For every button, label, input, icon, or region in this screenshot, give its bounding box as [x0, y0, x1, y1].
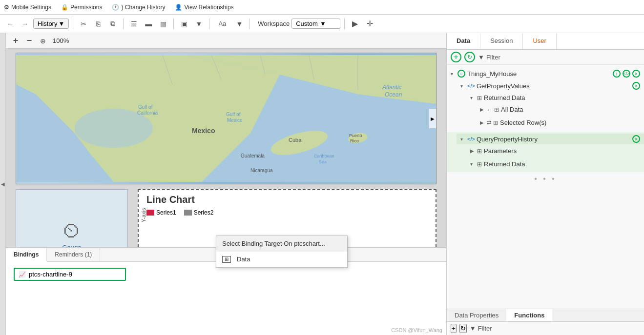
nav-permissions[interactable]: 🔒 Permissions: [61, 4, 102, 11]
close-button-getpropertyvalues[interactable]: ×: [632, 82, 640, 90]
context-menu-item1-label: Select Binding Target On ptcschart...: [222, 240, 325, 247]
gear-icon: ⚙: [4, 4, 9, 11]
divider2: [123, 19, 124, 29]
series2-legend: Series2: [184, 209, 214, 216]
series1-label: Series1: [156, 209, 176, 216]
tree-row-parameters[interactable]: ▶ ⊞ Parameters: [466, 146, 644, 156]
context-menu-select-binding[interactable]: Select Binding Target On ptcschart...: [216, 236, 347, 252]
expand-arrow-parameters: ▶: [470, 148, 477, 154]
code-button-things-myhouse[interactable]: </>: [623, 70, 630, 78]
right-panel-tabs: Data Session User: [447, 33, 644, 50]
move-button[interactable]: ✛: [363, 18, 376, 30]
svg-text:Mexico: Mexico: [227, 118, 243, 123]
tab-reminders[interactable]: Reminders (1): [47, 248, 100, 261]
tree-node-things-myhouse: ▾ ○ Things_MyHouse i </> × ▾ </> GetProp…: [447, 67, 644, 174]
context-menu-data[interactable]: ⊞ Data: [216, 252, 347, 267]
all-data-label: All Data: [501, 106, 523, 113]
person-icon: 👤: [175, 4, 182, 11]
svg-text:Mexico: Mexico: [192, 127, 215, 135]
returned-data-1-label: Returned Data: [484, 94, 525, 101]
chart-icon: 📈: [19, 271, 26, 278]
nav-mobile-settings[interactable]: ⚙ Mobile Settings: [4, 4, 51, 11]
tree-node-parameters: ▶ ⊞ Parameters: [457, 144, 644, 158]
workspace-chevron-icon: ▼: [320, 20, 326, 27]
divider1: [73, 19, 73, 29]
history-dropdown[interactable]: History ▼: [33, 19, 69, 29]
align-right-button[interactable]: ▦: [157, 18, 169, 30]
refresh-data-button[interactable]: ↻: [464, 52, 475, 62]
expand-arrow-getpropertyvalues: ▾: [460, 83, 467, 89]
copy-button[interactable]: ⎘: [92, 18, 104, 30]
tab-data[interactable]: Data: [447, 33, 480, 49]
add-data-button[interactable]: +: [451, 52, 461, 62]
svg-text:Nicaragua: Nicaragua: [250, 168, 273, 173]
data-tree: ▾ ○ Things_MyHouse i </> × ▾ </> GetProp…: [447, 65, 644, 309]
nav-view-relationships[interactable]: 👤 View Relationships: [175, 4, 233, 11]
tab-bindings[interactable]: Bindings: [6, 248, 47, 262]
tab-session[interactable]: Session: [480, 33, 523, 49]
paste-button[interactable]: ⧉: [106, 18, 119, 30]
top-nav: ⚙ Mobile Settings 🔒 Permissions 🕐 ) Chan…: [0, 0, 644, 15]
close-button-querypropertyhistory[interactable]: ×: [632, 135, 640, 143]
redo-button[interactable]: →: [19, 18, 31, 30]
top-filter-row: + ↻ ▼ Filter: [447, 50, 644, 65]
zoom-out-button[interactable]: −: [23, 35, 35, 47]
tree-row-all-data[interactable]: ▶ ← ⊞ All Data: [476, 104, 644, 115]
getpropertyvalues-code-icon: </>: [467, 83, 475, 89]
table-small-icon: ⊞: [222, 256, 231, 263]
functions-filter-row: + ↻ ▼ Filter: [447, 322, 644, 335]
bottom-right-tabs: Data Properties Functions: [447, 309, 644, 322]
parameters-label: Parameters: [484, 147, 517, 155]
tree-node-returned-data-2: ▾ ⊞ Returned Data: [457, 158, 644, 171]
text-size-button[interactable]: Aa: [213, 18, 231, 30]
tree-row-selected-rows[interactable]: ▶ ⇄ ⊞ Selected Row(s): [476, 118, 644, 128]
expand-arrow-returned-data-2: ▾: [470, 161, 477, 167]
svg-text:Ocean: Ocean: [385, 91, 402, 98]
zoom-in-button[interactable]: +: [10, 35, 21, 47]
map-widget[interactable]: Atlantic Ocean Mexico Gulf of California…: [16, 53, 436, 184]
divider5: [249, 19, 250, 29]
align-center-button[interactable]: ▬: [142, 18, 155, 30]
divider6: [344, 19, 345, 29]
layout-button[interactable]: ▣: [178, 18, 190, 30]
add-function-button[interactable]: +: [451, 324, 457, 333]
tree-row-querypropertyhistory[interactable]: ▾ </> QueryPropertyHistory ×: [457, 134, 644, 144]
close-button-things-myhouse[interactable]: ×: [632, 70, 640, 78]
getpropertyvalues-label: GetPropertyValues: [477, 82, 530, 90]
nav-change-history[interactable]: 🕐 ) Change History: [112, 4, 165, 11]
tab-functions[interactable]: Functions: [506, 309, 552, 321]
tree-row-getpropertyvalues[interactable]: ▾ </> GetPropertyValues ×: [457, 80, 644, 91]
text-chevron-button[interactable]: ▼: [233, 18, 246, 30]
tree-row-things-myhouse[interactable]: ▾ ○ Things_MyHouse i </> ×: [447, 68, 644, 79]
tab-data-properties[interactable]: Data Properties: [447, 309, 506, 321]
svg-text:Gulf of: Gulf of: [226, 112, 241, 117]
tree-row-returned-data-2[interactable]: ▾ ⊞ Returned Data: [466, 159, 644, 169]
pointer-button[interactable]: ▶: [349, 18, 361, 30]
info-button-things-myhouse[interactable]: i: [613, 70, 621, 78]
refresh-function-button[interactable]: ↻: [459, 324, 467, 333]
permissions-label: Permissions: [70, 4, 102, 11]
mobile-settings-label: Mobile Settings: [11, 4, 51, 11]
align-left-button[interactable]: ☰: [127, 18, 140, 30]
divider4: [209, 19, 209, 29]
things-myhouse-icon: ○: [457, 70, 465, 78]
zoom-fit-button[interactable]: ⊕: [37, 35, 49, 47]
layout-chevron-button[interactable]: ▼: [192, 18, 205, 30]
cut-button[interactable]: ✂: [77, 18, 90, 30]
map-collapse-arrow-icon: ▶: [431, 116, 435, 121]
history-label: History: [38, 20, 57, 27]
binding-input-field[interactable]: 📈 ptcs-chartline-9: [14, 268, 126, 281]
svg-text:Rico: Rico: [350, 138, 359, 143]
workspace-dropdown[interactable]: Custom ▼: [291, 19, 340, 29]
tree-row-returned-data-1[interactable]: ▾ ⊞ Returned Data: [466, 93, 644, 103]
change-history-label: ) Change History: [121, 4, 165, 11]
tab-user[interactable]: User: [523, 33, 556, 49]
returned-data-2-label: Returned Data: [484, 160, 525, 168]
svg-text:California: California: [137, 110, 158, 116]
binding-value: ptcs-chartline-9: [29, 271, 72, 278]
left-collapse-tab[interactable]: ◀: [0, 33, 6, 335]
parameters-table-icon: ⊞: [477, 148, 482, 155]
all-data-table-icon: ⊞: [494, 106, 499, 113]
undo-button[interactable]: ←: [4, 18, 17, 30]
map-right-collapse[interactable]: ▶: [429, 109, 436, 128]
